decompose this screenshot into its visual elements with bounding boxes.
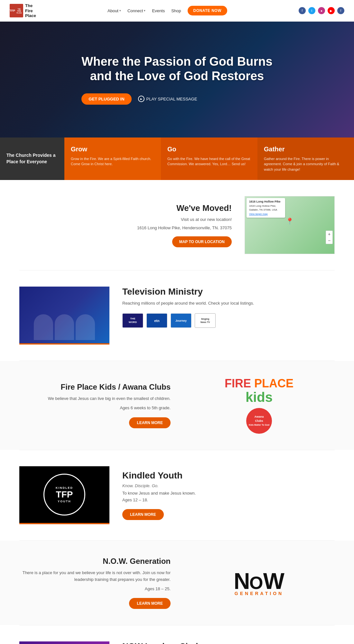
nav-about[interactable]: About ▾ [107,8,121,13]
youth-logo-circle: KINDLED TFP YOUTH [43,474,85,516]
now-learn-more-button[interactable]: LEARN MORE [129,598,171,609]
now-logo-text: NOW [234,570,284,592]
instagram-icon[interactable]: ● [318,7,325,14]
kids-title: Fire Place Kids / Awana Clubs [19,383,171,392]
twitter-icon[interactable]: t [308,7,315,14]
kids-logo: FIRE PLACE kids AwanaClubsKids Matter To… [183,377,335,434]
leaders-content: NOW Leaders Circle If you have felt stuc… [122,641,335,644]
tv-ministry-title: Television Ministry [122,287,335,297]
grow-card[interactable]: Grow Grow in the Fire. We are a Spirit-f… [64,137,161,180]
youth-description: To know Jesus and make Jesus known. [122,491,335,496]
logo-icon: THE FIRE PLACE [10,4,23,17]
leaders-section: NOW LEADERS circle NOW Leaders Circle If… [0,625,354,644]
view-larger-map-link[interactable]: View larger map [249,213,268,215]
brand-name: The Fire Place [25,3,36,18]
now-ages: Ages 18 – 25. [19,586,171,592]
person-3 [76,314,95,340]
hero-title: Where the Passion of God Burns and the L… [81,54,272,84]
info-strip: The Church Provides a Place for Everyone… [0,137,354,180]
kids-ages: Ages 6 weeks to 5th grade. [19,405,171,412]
grow-text: Grow in the Fire. We are a Spirit-filled… [71,156,154,167]
the-word-logo: THEWORD [122,313,143,328]
gather-card[interactable]: Gather Gather around the Fire. There is … [257,137,354,180]
youth-image: KINDLED TFP YOUTH [19,466,109,524]
youth-fp-text: TFP [56,489,73,500]
person-1 [34,314,53,340]
donate-button[interactable]: DONATE NOW [188,6,227,15]
hero-buttons: GET PLUGGED IN ▶ PLAY SPECIAL MESSAGE [81,93,272,105]
awana-badge: AwanaClubsKids Matter To God [246,408,272,434]
grow-title: Grow [71,146,154,153]
nav-shop[interactable]: Shop [171,8,181,13]
etn-logo: etn [146,313,167,328]
go-title: Go [167,146,251,153]
person-2 [55,314,74,340]
map-button[interactable]: MAP TO OUR LOCATION [172,236,232,247]
map-visual: 1616 Long Hollow Pike 1616 Long Hollow P… [245,196,334,254]
facebook-icon[interactable]: f [299,7,306,14]
youth-section: KINDLED TFP YOUTH Kindled Youth Know. Di… [0,450,354,540]
kids-section: Fire Place Kids / Awana Clubs We believe… [0,361,354,450]
map-popup: 1616 Long Hollow Pike 1616 Long Hollow P… [247,198,285,217]
moved-title: We've Moved! [19,203,232,213]
moved-address: 1616 Long Hollow Pike, Hendersonville, T… [19,225,232,232]
navbar: THE FIRE PLACE The Fire Place About ▾ Co… [0,0,354,22]
kids-description: We believe that Jesus can live big in ev… [19,395,171,402]
map-pin: 📍 [286,217,294,225]
journey-logo: Journey [171,313,191,328]
now-logo: NOW GENERATION [183,570,335,596]
map-zoom-in[interactable]: + [326,231,332,237]
youtube-icon[interactable]: ▶ [328,7,335,14]
youth-title: Kindled Youth [122,470,335,481]
leaders-image-background: NOW LEADERS circle [19,641,109,644]
tv-logos: THEWORD etn Journey SingingNews TV [122,313,335,328]
kids-fire-text: FIRE [225,377,251,390]
hero-section: Where the Passion of God Burns and the L… [0,22,354,137]
singing-news-logo: SingingNews TV [195,313,216,328]
kids-text: Fire Place Kids / Awana Clubs We believe… [19,383,171,428]
nav-connect[interactable]: Connect ▾ [127,8,145,13]
youth-tagline: Know. Disciple. Go. [122,483,335,488]
gather-title: Gather [264,146,348,153]
tv-image-background [19,287,109,343]
youth-learn-more-button[interactable]: LEARN MORE [122,509,164,520]
now-text: N.O.W. Generation There is a place for y… [19,557,171,609]
logo[interactable]: THE FIRE PLACE The Fire Place [10,3,36,18]
moved-subtitle: Visit us at our new location! [19,216,232,223]
tv-ministry-description: Reaching millions of people around the w… [122,300,335,307]
hero-content: Where the Passion of God Burns and the L… [81,54,272,105]
kids-logo-text: FIRE PLACE kids [225,377,293,405]
nav-events[interactable]: Events [152,8,165,13]
play-icon: ▶ [138,96,144,102]
play-message-button[interactable]: ▶ PLAY SPECIAL MESSAGE [138,96,197,102]
youth-ages: Ages 12 – 18. [122,497,335,502]
kindled-text: KINDLED [56,486,73,489]
map-zoom-out[interactable]: − [326,237,332,244]
info-left-text: The Church Provides a Place for Everyone [6,152,58,165]
connect-caret: ▾ [144,9,145,12]
flipboard-icon[interactable]: f [337,7,344,14]
go-card[interactable]: Go Go with the Fire. We have heard the c… [161,137,257,180]
kids-learn-more-button[interactable]: LEARN MORE [129,417,171,428]
svg-text:PLACE: PLACE [16,12,22,14]
svg-text:FIRE: FIRE [17,10,21,12]
about-caret: ▾ [119,9,121,12]
kids-kids-text: kids [246,390,273,405]
get-plugged-in-button[interactable]: GET PLUGGED IN [81,93,131,105]
now-logo-container: NOW GENERATION [234,570,284,596]
map-container[interactable]: 1616 Long Hollow Pike 1616 Long Hollow P… [245,196,335,254]
info-left-panel: The Church Provides a Place for Everyone [0,137,64,180]
tv-ministry-content: Television Ministry Reaching millions of… [122,287,335,328]
leaders-title: NOW Leaders Circle [122,641,335,644]
map-zoom-controls[interactable]: + − [326,231,333,244]
now-generation-section: N.O.W. Generation There is a place for y… [0,541,354,625]
go-text: Go with the Fire. We have heard the call… [167,156,251,167]
leaders-image: NOW LEADERS circle [19,641,109,644]
now-description: There is a place for you and we believe … [19,570,171,583]
now-title: N.O.W. Generation [19,557,171,566]
tv-ministry-section: Television Ministry Reaching millions of… [0,270,354,361]
moved-section: We've Moved! Visit us at our new locatio… [0,180,354,270]
kids-place-text: PLACE [254,377,293,390]
tv-ministry-image [19,287,109,345]
tv-people [19,311,109,343]
